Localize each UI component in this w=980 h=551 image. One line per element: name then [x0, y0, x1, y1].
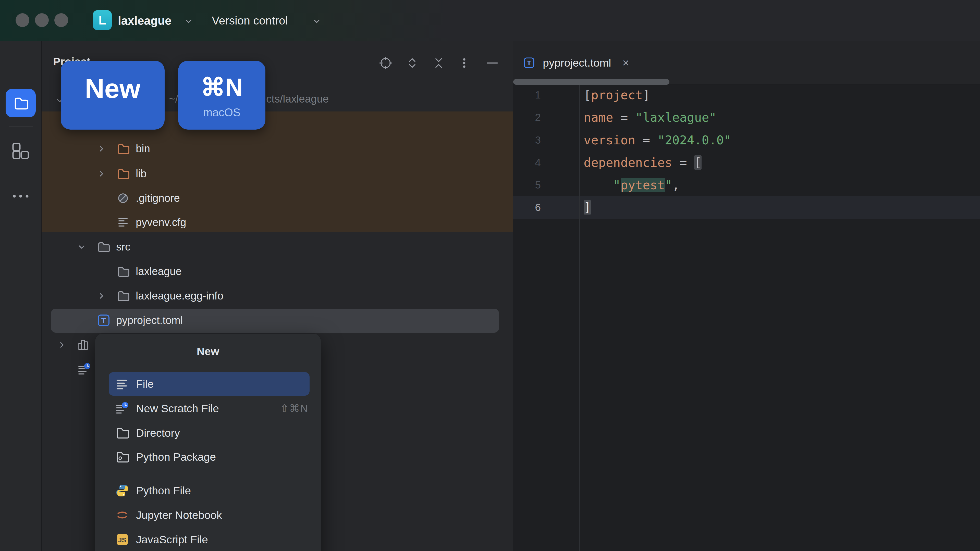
collapse-all-button[interactable] [431, 56, 446, 70]
close-icon[interactable]: × [622, 56, 629, 70]
callout-platform-label: macOS [203, 106, 241, 119]
code-line-current[interactable]: ] [584, 196, 591, 219]
structure-icon [12, 143, 29, 159]
chevron-expanded-icon[interactable] [77, 243, 97, 251]
code-line[interactable]: version = "2024.0.0" [584, 129, 731, 151]
tree-row-laxleague-egg-info[interactable]: laxleague.egg-info [41, 284, 568, 308]
tree-row-pyproject-toml[interactable]: T pyproject.toml [41, 308, 568, 333]
window-zoom-button[interactable] [54, 13, 68, 27]
menu-item-javascript-file[interactable]: JS JavaScript File [95, 528, 321, 551]
file-lines-icon [115, 377, 136, 391]
code-token: [ [584, 88, 591, 102]
code-line[interactable]: name = "laxleague" [584, 106, 716, 129]
tree-row-pyvenv-cfg[interactable]: pyvenv.cfg [41, 210, 587, 235]
menu-item-python-file[interactable]: Python File [95, 479, 321, 502]
code-line[interactable]: "pytest", [584, 174, 679, 196]
ignored-file-icon [116, 192, 136, 205]
more-tool-windows-button[interactable] [12, 192, 30, 200]
highlighted-segment-token: pytest [620, 178, 665, 192]
folder-icon [116, 167, 136, 180]
pycharm-window: L laxleague Version control [0, 0, 980, 551]
menu-item-label: New Scratch File [136, 402, 219, 415]
code-line[interactable]: dependencies = [ [584, 151, 702, 174]
code-token: = [635, 133, 657, 147]
external-libraries-icon [77, 338, 96, 351]
chevron-collapsed-icon[interactable] [57, 341, 77, 349]
project-tool-button[interactable] [6, 89, 36, 118]
callout-shortcut-label: ⌘N [200, 73, 243, 102]
tree-item-label: src [116, 241, 130, 253]
menu-item-new-scratch-file[interactable]: New Scratch File ⇧⌘N [95, 397, 321, 420]
svg-text:T: T [101, 316, 106, 325]
tree-row-lib[interactable]: lib [41, 162, 568, 186]
tree-row-laxleague[interactable]: laxleague [41, 259, 587, 284]
locate-file-button[interactable] [379, 56, 393, 70]
line-number: 3 [513, 129, 541, 151]
package-folder-icon [115, 450, 136, 464]
code-token: = [672, 156, 694, 170]
menu-item-python-package[interactable]: Python Package [95, 445, 321, 468]
code-token: = [613, 110, 635, 124]
menu-item-label: Python Package [136, 451, 216, 463]
menu-item-label: File [136, 378, 154, 390]
code-token: ] [643, 88, 650, 102]
tree-item-label: .gitignore [136, 192, 180, 204]
version-control-widget[interactable]: Version control [212, 0, 288, 41]
options-kebab-button[interactable] [459, 56, 469, 70]
hide-panel-button[interactable] [485, 56, 500, 70]
menu-item-label: Directory [136, 427, 180, 439]
tree-item-label: pyvenv.cfg [136, 216, 186, 229]
tree-row-src[interactable]: src [41, 235, 549, 259]
scratch-file-icon [115, 401, 136, 416]
editor-area: T pyproject.toml × 1 2 3 4 5 6 [project]… [513, 41, 980, 551]
code-token: version [584, 133, 635, 147]
line-number-current: 6 [513, 196, 541, 219]
code-token: "laxleague" [635, 110, 716, 124]
chevron-collapsed-icon[interactable] [97, 292, 116, 300]
version-control-label: Version control [212, 14, 288, 27]
tree-row-bin[interactable]: bin [41, 137, 568, 161]
project-widget[interactable]: laxleague [118, 0, 172, 41]
tree-item-label: pyproject.toml [116, 314, 183, 327]
expand-all-button[interactable] [405, 56, 419, 70]
code-line[interactable]: [project] [584, 84, 650, 106]
window-minimize-button[interactable] [35, 13, 49, 27]
project-root-path-fragment: ~/ [169, 93, 178, 107]
project-avatar[interactable]: L [93, 10, 112, 30]
code-token: dependencies [584, 156, 672, 170]
window-close-button[interactable] [16, 13, 29, 27]
chevron-collapsed-icon[interactable] [97, 144, 116, 153]
project-root-path-fragment: cts/laxleague [266, 93, 329, 107]
tree-row-gitignore[interactable]: .gitignore [41, 186, 587, 210]
menu-item-jupyter-notebook[interactable]: Jupyter Notebook [95, 503, 321, 527]
tab-pyproject-toml[interactable]: T pyproject.toml × [523, 41, 629, 84]
ellipsis-icon [12, 192, 30, 200]
python-logo-icon [115, 483, 136, 498]
tool-window-stripe [0, 41, 41, 551]
structure-tool-button[interactable] [12, 143, 29, 159]
horizontal-scrollbar-thumb[interactable] [513, 79, 670, 85]
callout-badge-shortcut: ⌘N macOS [178, 61, 266, 130]
callout-action-label: New [85, 73, 141, 104]
chevron-collapsed-icon[interactable] [97, 169, 116, 178]
menu-item-label: Jupyter Notebook [136, 509, 222, 521]
toml-file-icon: T [523, 57, 535, 69]
current-line-highlight [513, 196, 980, 219]
toml-file-icon: T [97, 313, 116, 327]
tree-item-label: laxleague.egg-info [136, 290, 223, 302]
code-token: name [584, 110, 613, 124]
javascript-icon: JS [115, 532, 136, 547]
menu-item-file[interactable]: File [109, 372, 310, 395]
folder-icon [97, 240, 116, 254]
folder-icon [116, 265, 136, 278]
chevron-down-icon [184, 17, 193, 25]
editor-tab-bar: T pyproject.toml × [513, 41, 980, 84]
menu-item-label: JavaScript File [136, 534, 208, 546]
code-token [584, 178, 613, 192]
tree-item-label: laxleague [136, 265, 182, 278]
menu-item-directory[interactable]: Directory [95, 421, 321, 445]
chevron-down-icon [312, 17, 321, 25]
code-token: project [591, 88, 643, 102]
folder-icon [13, 95, 29, 111]
project-avatar-letter: L [99, 13, 106, 27]
